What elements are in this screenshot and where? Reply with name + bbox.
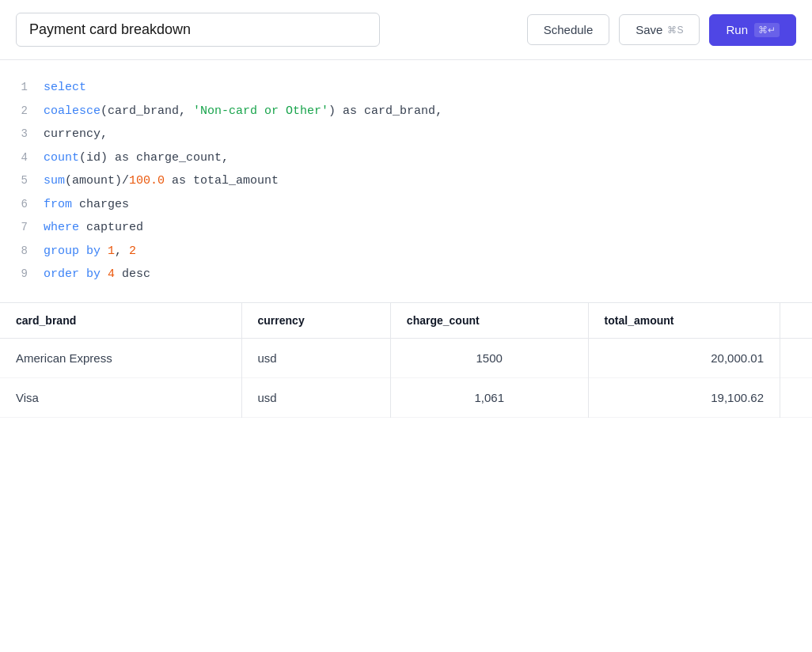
table-cell-card_brand: Visa — [0, 377, 241, 417]
code-token: 100.0 — [129, 174, 165, 188]
code-token — [79, 267, 86, 281]
table-cell-charge_count: 1,061 — [390, 377, 588, 417]
code-token: from — [44, 198, 72, 211]
table-row: Visausd1,06119,100.62 — [0, 377, 812, 417]
code-token: 2 — [129, 244, 136, 258]
code-token: order — [44, 267, 79, 281]
line-number: 2 — [0, 102, 44, 121]
code-token: count — [44, 151, 79, 165]
code-token — [165, 174, 172, 188]
save-button[interactable]: Save ⌘S — [619, 14, 700, 45]
line-content: group by 1, 2 — [44, 241, 812, 262]
table-cell-charge_count: 1500 — [390, 338, 588, 377]
table-cell-currency: usd — [241, 338, 390, 377]
line-content: where captured — [44, 218, 812, 238]
code-token: (id) — [79, 151, 115, 165]
code-line: 9order by 4 desc — [0, 263, 812, 286]
line-number: 1 — [0, 78, 44, 97]
code-token: 'Non-card or Other' — [193, 104, 328, 118]
code-token: charges — [72, 198, 129, 211]
results-table: card_brandcurrencycharge_counttotal_amou… — [0, 303, 812, 418]
code-line: 2 coalesce(card_brand, 'Non-card or Othe… — [0, 100, 812, 123]
code-line: 1select — [0, 76, 812, 100]
code-token: ) — [328, 104, 343, 118]
line-content: order by 4 desc — [44, 264, 812, 285]
line-content: currency, — [44, 124, 812, 145]
line-content: coalesce(card_brand, 'Non-card or Other'… — [44, 101, 812, 122]
line-number: 3 — [0, 125, 44, 144]
code-line: 5 sum(amount)/100.0 as total_amount — [0, 169, 812, 193]
run-label: Run — [726, 23, 748, 36]
line-content: select — [44, 78, 812, 98]
toolbar: Schedule Save ⌘S Run ⌘↵ — [0, 0, 812, 60]
code-token: as — [343, 104, 357, 118]
code-line: 3 currency, — [0, 123, 812, 146]
table-header-empty — [780, 303, 813, 339]
results-panel: card_brandcurrencycharge_counttotal_amou… — [0, 303, 812, 418]
run-button[interactable]: Run ⌘↵ — [709, 14, 796, 46]
code-token — [101, 244, 108, 258]
code-line: 7where captured — [0, 216, 812, 240]
code-token: coalesce — [44, 104, 101, 118]
code-token: , — [115, 244, 129, 258]
query-title-input[interactable] — [16, 13, 380, 47]
table-cell-empty — [780, 338, 813, 377]
code-token: select — [44, 81, 86, 94]
table-header-card_brand: card_brand — [0, 303, 241, 339]
code-token: sum — [44, 174, 65, 188]
code-token: currency, — [44, 127, 108, 141]
code-token: (card_brand, — [101, 104, 193, 118]
code-token: desc — [115, 267, 150, 281]
table-header-total_amount: total_amount — [588, 303, 780, 339]
schedule-label: Schedule — [544, 23, 594, 36]
code-token: as — [172, 174, 186, 188]
code-token: captured — [79, 221, 143, 234]
table-header-charge_count: charge_count — [390, 303, 588, 339]
line-number: 5 — [0, 172, 44, 191]
schedule-button[interactable]: Schedule — [527, 14, 610, 45]
table-cell-empty — [780, 377, 813, 417]
line-content: sum(amount)/100.0 as total_amount — [44, 171, 812, 191]
code-token — [79, 244, 86, 258]
code-line: 6from charges — [0, 193, 812, 217]
code-token: charge_count, — [129, 151, 229, 165]
run-shortcut: ⌘↵ — [754, 23, 780, 37]
code-token: where — [44, 221, 79, 234]
code-token: 1 — [108, 244, 115, 258]
code-token: as — [115, 151, 129, 165]
code-editor[interactable]: 1select2 coalesce(card_brand, 'Non-card … — [0, 60, 812, 303]
line-number: 8 — [0, 242, 44, 261]
table-cell-total_amount: 19,100.62 — [588, 377, 780, 417]
code-token: group — [44, 244, 79, 258]
code-token: by — [86, 267, 101, 281]
line-number: 6 — [0, 195, 44, 214]
save-label: Save — [636, 23, 662, 36]
code-token: total_amount — [186, 174, 279, 188]
line-number: 4 — [0, 149, 44, 168]
table-row: American Expressusd150020,000.01 — [0, 338, 812, 377]
save-shortcut: ⌘S — [667, 25, 683, 36]
code-token: 4 — [108, 267, 115, 281]
code-token: by — [86, 244, 101, 258]
code-token: card_brand, — [357, 104, 442, 118]
table-cell-total_amount: 20,000.01 — [588, 338, 780, 377]
line-content: from charges — [44, 195, 812, 215]
line-content: count(id) as charge_count, — [44, 148, 812, 169]
table-cell-card_brand: American Express — [0, 338, 241, 377]
line-number: 9 — [0, 265, 44, 284]
table-header-currency: currency — [241, 303, 390, 339]
code-token: (amount)/ — [65, 174, 129, 188]
code-token — [101, 267, 108, 281]
code-line: 8group by 1, 2 — [0, 240, 812, 263]
code-line: 4 count(id) as charge_count, — [0, 146, 812, 170]
line-number: 7 — [0, 218, 44, 237]
table-cell-currency: usd — [241, 377, 390, 417]
